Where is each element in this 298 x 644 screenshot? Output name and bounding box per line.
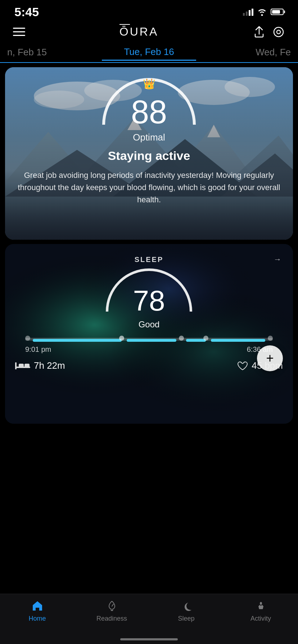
prev-date[interactable]: n, Feb 15 [0, 45, 102, 60]
svg-rect-25 [24, 364, 30, 367]
status-bar: 5:45 [0, 0, 298, 22]
sleep-arrow-icon[interactable]: → [272, 254, 283, 265]
sleep-segment-1 [33, 339, 122, 342]
sleep-duration-value: 7h 22m [34, 360, 65, 371]
wifi-icon [257, 8, 267, 16]
sleep-gauge: 78 [106, 268, 192, 315]
sleep-duration-stat: 7h 22m [15, 360, 65, 371]
readiness-icon [106, 600, 118, 612]
sleep-section-label: SLEEP [26, 256, 272, 264]
home-icon [31, 600, 44, 612]
app-logo: ŌURA [119, 25, 158, 38]
sleep-card[interactable]: SLEEP → 78 Good [5, 244, 293, 424]
share-button[interactable] [253, 26, 266, 38]
add-icon: + [266, 352, 274, 365]
date-navigation: n, Feb 15 Tue, Feb 16 Wed, Fe [0, 44, 298, 63]
nav-label-activity: Activity [250, 615, 271, 622]
sleep-segment-4 [211, 339, 265, 342]
app-header: ŌURA [0, 22, 298, 44]
score-gauge: 👑 88 [102, 78, 196, 128]
timeline-dot-mid3 [203, 336, 208, 341]
sleep-card-content: SLEEP → 78 Good [5, 244, 293, 354]
sleep-score-label: Good [15, 319, 283, 330]
ring-settings-button[interactable] [272, 26, 285, 38]
svg-line-26 [112, 604, 113, 606]
nav-label-home: Home [28, 615, 46, 622]
bottom-navigation: Home Readiness Sleep Activity [0, 594, 298, 644]
timeline-dot-mid2 [179, 336, 184, 341]
nav-item-sleep[interactable]: Sleep [149, 600, 224, 622]
score-label: Optimal [133, 132, 165, 143]
sleep-stats: 7h 22m 45 bpm + [5, 354, 293, 377]
svg-point-1 [277, 30, 280, 34]
score-card-content: 👑 88 Optimal Staying active Great job av… [5, 67, 293, 206]
sleep-timeline: 9:01 pm 6:36 am [25, 337, 273, 354]
score-card[interactable]: 👑 88 Optimal Staying active Great job av… [5, 67, 293, 240]
timeline-dot-start [25, 336, 30, 341]
heart-icon [237, 361, 248, 371]
sleep-score: 78 [133, 286, 165, 315]
active-date[interactable]: Tue, Feb 16 [102, 44, 197, 61]
activity-icon [255, 600, 267, 612]
crown-icon: 👑 [143, 78, 155, 90]
sleep-start-time: 9:01 pm [25, 345, 51, 354]
status-time: 5:45 [14, 5, 39, 19]
sleep-segment-2 [127, 339, 176, 342]
sleep-times: 9:01 pm 6:36 am [25, 345, 273, 354]
sleep-icon [181, 600, 192, 612]
nav-label-sleep: Sleep [178, 615, 194, 622]
next-date[interactable]: Wed, Fe [196, 45, 298, 60]
svg-point-0 [274, 27, 283, 37]
svg-rect-23 [15, 362, 17, 369]
card-title: Staying active [108, 149, 190, 163]
sleep-end-time: 6:36 am [247, 345, 273, 354]
signal-icon [243, 8, 253, 16]
sleep-timeline-bar [25, 337, 273, 342]
svg-rect-24 [19, 364, 24, 367]
nav-item-activity[interactable]: Activity [224, 600, 298, 622]
timeline-track [25, 338, 273, 341]
nav-item-readiness[interactable]: Readiness [74, 600, 149, 622]
sleep-header: SLEEP → [15, 254, 283, 265]
status-icons [243, 8, 284, 16]
menu-button[interactable] [13, 28, 25, 36]
timeline-dot-mid1 [119, 336, 124, 341]
nav-item-home[interactable]: Home [0, 600, 74, 622]
main-score: 88 [131, 96, 167, 128]
battery-icon [271, 9, 284, 15]
bed-icon [15, 361, 30, 371]
home-indicator [120, 638, 178, 640]
timeline-dot-end [268, 336, 273, 341]
nav-label-readiness: Readiness [96, 615, 127, 622]
header-actions [253, 26, 285, 38]
sleep-segment-3 [186, 339, 206, 342]
card-description: Great job avoiding long periods of inact… [5, 169, 293, 206]
